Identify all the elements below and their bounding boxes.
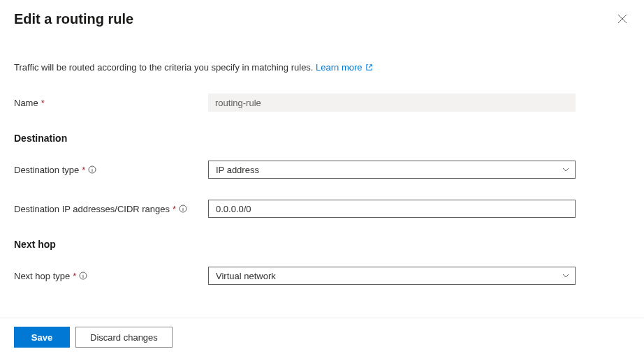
learn-more-label: Learn more <box>316 62 362 73</box>
intro-text: Traffic will be routed according to the … <box>14 62 630 73</box>
svg-point-11 <box>83 274 84 274</box>
required-indicator: * <box>73 271 76 281</box>
close-button[interactable] <box>615 11 630 29</box>
required-indicator: * <box>173 204 176 214</box>
name-label-text: Name <box>14 98 38 108</box>
svg-point-8 <box>183 207 184 207</box>
required-indicator: * <box>41 98 45 108</box>
destination-type-label: Destination type * <box>14 165 208 175</box>
page-title: Edit a routing rule <box>14 11 133 27</box>
learn-more-link[interactable]: Learn more <box>316 62 373 73</box>
nexthop-heading: Next hop <box>14 239 630 250</box>
save-button[interactable]: Save <box>14 327 70 348</box>
nexthop-type-label-text: Next hop type <box>14 271 70 281</box>
destination-heading: Destination <box>14 133 630 144</box>
svg-line-2 <box>369 65 372 68</box>
destination-ip-label-text: Destination IP addresses/CIDR ranges <box>14 204 170 214</box>
destination-ip-label: Destination IP addresses/CIDR ranges * <box>14 204 208 214</box>
intro-text-content: Traffic will be routed according to the … <box>14 62 316 73</box>
info-icon[interactable] <box>179 205 187 213</box>
required-indicator: * <box>82 165 85 175</box>
nexthop-type-label: Next hop type * <box>14 271 208 281</box>
destination-type-select[interactable]: IP address <box>208 161 576 179</box>
info-icon[interactable] <box>79 272 87 280</box>
name-label: Name * <box>14 98 208 108</box>
info-icon[interactable] <box>88 165 96 174</box>
close-icon <box>617 14 627 26</box>
destination-type-label-text: Destination type <box>14 165 79 175</box>
name-input <box>208 94 576 112</box>
nexthop-type-select[interactable]: Virtual network <box>208 267 576 285</box>
external-link-icon <box>365 62 373 73</box>
footer-bar: Save Discard changes <box>0 318 644 356</box>
svg-point-5 <box>92 168 93 168</box>
destination-ip-input[interactable] <box>208 200 576 218</box>
discard-button[interactable]: Discard changes <box>75 327 173 348</box>
